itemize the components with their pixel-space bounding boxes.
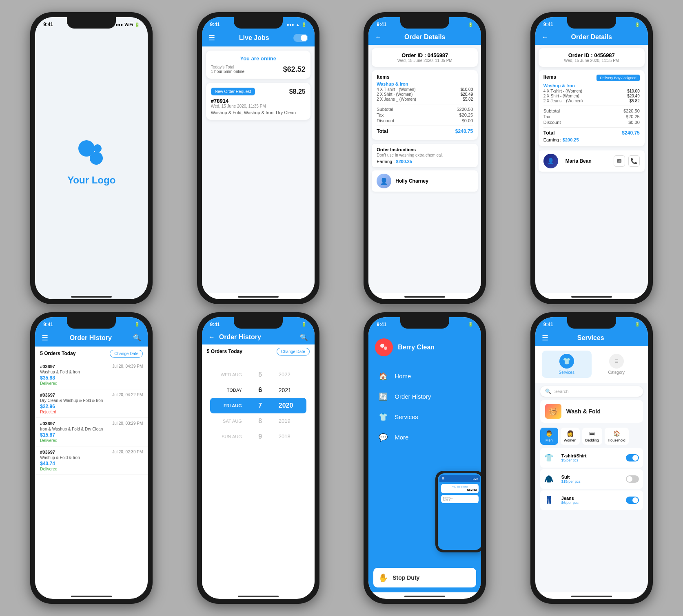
service-toggle[interactable] bbox=[626, 454, 639, 461]
customer-avatar-3: 👤 bbox=[377, 174, 391, 188]
brand-name-7: Berry Clean bbox=[398, 344, 435, 351]
order-status: Delivered bbox=[40, 467, 143, 471]
phone-services-8: 9:41 🔋 ☰ Services 👕 Services ≡ Category … bbox=[530, 312, 653, 604]
tab2-label-8: Category bbox=[608, 370, 625, 375]
menu-item-label: Services bbox=[395, 413, 418, 420]
service-row: 👖 Jeans $6/per pcs bbox=[540, 490, 643, 510]
order-history-title-6: Order History bbox=[219, 333, 261, 341]
back-arrow-6[interactable]: ← bbox=[208, 333, 215, 341]
order-status: Delivered bbox=[40, 381, 143, 386]
instructions-box-3: Order Instructions Don't use in washing … bbox=[372, 144, 478, 167]
calendar-row[interactable]: SAT AUG 8 2019 bbox=[210, 413, 306, 429]
svg-point-2 bbox=[93, 144, 102, 152]
change-date-btn-5[interactable]: Change Date bbox=[110, 350, 143, 358]
tax-label-3: Tax bbox=[377, 113, 384, 117]
status-icons-6: 🔋 bbox=[302, 322, 306, 327]
phone-menu-7: 9:41 🔋 Berry Clean 🏠 Home 🔄 Order Histor… bbox=[364, 312, 486, 604]
menu-item-icon: 🔄 bbox=[378, 392, 388, 401]
tax-label-4: Tax bbox=[543, 114, 550, 119]
order-service: Washup & Fold & Iron bbox=[40, 455, 143, 460]
search-placeholder-8: Search bbox=[554, 389, 569, 394]
category-tab[interactable]: 🛏 Bedding bbox=[582, 428, 602, 445]
earning-amount-4: $200.25 bbox=[563, 137, 579, 142]
service-list-8: 👕 T-shirt/Shirt $5/per pcs 🧥 Suit $15/pe… bbox=[535, 448, 648, 512]
items-card-4: Items Delivery Boy Assigned Washup & Iro… bbox=[539, 70, 645, 146]
item1-price-4: $10.00 bbox=[627, 89, 640, 93]
search-box-8[interactable]: 🔍 Search bbox=[540, 386, 643, 397]
notch-4 bbox=[567, 17, 616, 29]
back-arrow-3[interactable]: ← bbox=[375, 33, 381, 41]
orders-today-6: 5 Orders Today bbox=[207, 349, 242, 354]
order-num: #03697 bbox=[40, 364, 55, 369]
search-icon-5[interactable]: 🔍 bbox=[133, 334, 141, 342]
order-list-5: #03697 Jul 20, 04:39 PM Washup & Fold & … bbox=[35, 361, 148, 475]
menu-header-7: Berry Clean bbox=[368, 330, 481, 363]
menu-item[interactable]: 🏠 Home bbox=[368, 366, 481, 386]
order-price: $22.96 bbox=[40, 404, 143, 409]
menu-item-icon: 👕 bbox=[378, 413, 388, 422]
calendar-row[interactable]: WED AUG 5 2022 bbox=[210, 367, 306, 382]
online-toggle[interactable] bbox=[293, 34, 308, 42]
menu-item-icon: 💬 bbox=[378, 433, 388, 442]
hamburger-8[interactable]: ☰ bbox=[542, 333, 548, 342]
instructions-text-3: Don't use in washing extra chemical. bbox=[377, 153, 473, 157]
wash-fold-section-8: 🧺 Wash & Fold bbox=[540, 400, 643, 423]
status-icons-1: ●●●WiFi🔋 bbox=[115, 22, 140, 27]
live-jobs-header: ☰ Live Jobs bbox=[202, 30, 315, 46]
total-label-3: Total bbox=[377, 128, 388, 134]
service-name: Suit bbox=[561, 475, 626, 479]
menu-item[interactable]: 🔄 Order History bbox=[368, 386, 481, 407]
service-toggle[interactable] bbox=[626, 497, 639, 504]
menu-item-label: Order History bbox=[395, 393, 431, 400]
instructions-title-3: Order Instructions bbox=[377, 147, 473, 152]
change-date-btn-6[interactable]: Change Date bbox=[277, 348, 310, 355]
order-price: $15.87 bbox=[40, 432, 143, 438]
category-tab[interactable]: 👩 Women bbox=[561, 428, 580, 445]
calendar-row[interactable]: SUN AUG 9 2018 bbox=[210, 429, 306, 444]
cal-day: FRI AUG bbox=[217, 403, 242, 408]
home-indicator-7 bbox=[404, 596, 445, 597]
menu-item[interactable]: 💬 More bbox=[368, 427, 481, 448]
menu-items-7: 🏠 Home 🔄 Order History 👕 Services 💬 More bbox=[368, 363, 481, 466]
customer-avatar-4: 👤 bbox=[543, 154, 558, 168]
svg-point-4 bbox=[384, 347, 387, 350]
hamburger-icon[interactable]: ☰ bbox=[208, 33, 215, 42]
cal-num: 7 bbox=[254, 402, 266, 409]
order-id-card-4: Order ID : 0456987 Wed, 15 June 2020, 11… bbox=[539, 48, 645, 67]
stop-duty-btn-7[interactable]: ✋ Stop Duty bbox=[373, 568, 476, 587]
order-details-header-4: ← Order Details bbox=[535, 30, 648, 45]
new-order-btn[interactable]: New Order Request bbox=[211, 88, 255, 95]
cat-label: Household bbox=[608, 438, 625, 442]
logo-icon bbox=[75, 137, 108, 170]
toggle-knob-sm bbox=[632, 455, 638, 461]
earning-amount-3: $200.25 bbox=[396, 159, 412, 164]
hamburger-5[interactable]: ☰ bbox=[42, 333, 48, 342]
home-indicator-5 bbox=[71, 596, 112, 597]
service-info: Suit $15/per pcs bbox=[561, 475, 626, 484]
service-toggle[interactable] bbox=[626, 475, 639, 483]
discount-label-3: Discount bbox=[377, 118, 394, 123]
category-tab[interactable]: 👨 Men bbox=[540, 428, 558, 445]
calendar-row[interactable]: TODAY 6 2021 bbox=[210, 382, 306, 398]
status-time-4: 9:41 bbox=[543, 22, 553, 27]
cat-icon: 🛏 bbox=[589, 430, 595, 437]
service-price: $6/per pcs bbox=[561, 501, 626, 505]
tab-category-8[interactable]: ≡ Category bbox=[592, 351, 641, 378]
calendar-row[interactable]: FRI AUG 7 2020 bbox=[210, 398, 306, 413]
tab-services-8[interactable]: 👕 Services bbox=[542, 351, 592, 378]
phone-icon-4[interactable]: 📞 bbox=[628, 155, 640, 167]
cal-year: 2021 bbox=[279, 387, 299, 393]
notch-3 bbox=[400, 17, 449, 29]
menu-item-label: Home bbox=[395, 373, 411, 380]
subtotal-4: $220.50 bbox=[623, 108, 640, 113]
service1-4: Washup & Iron bbox=[543, 83, 640, 88]
order-amount: $8.25 bbox=[289, 88, 306, 95]
search-icon-6[interactable]: 🔍 bbox=[300, 333, 308, 341]
menu-item[interactable]: 👕 Services bbox=[368, 407, 481, 427]
service-row: 🧥 Suit $15/per pcs bbox=[540, 469, 643, 489]
category-tab[interactable]: 🏠 Household bbox=[605, 428, 629, 445]
back-arrow-4[interactable]: ← bbox=[542, 33, 548, 41]
email-icon-4[interactable]: ✉ bbox=[614, 155, 625, 167]
status-time-2: 9:41 bbox=[210, 22, 220, 27]
svg-point-1 bbox=[90, 152, 103, 165]
